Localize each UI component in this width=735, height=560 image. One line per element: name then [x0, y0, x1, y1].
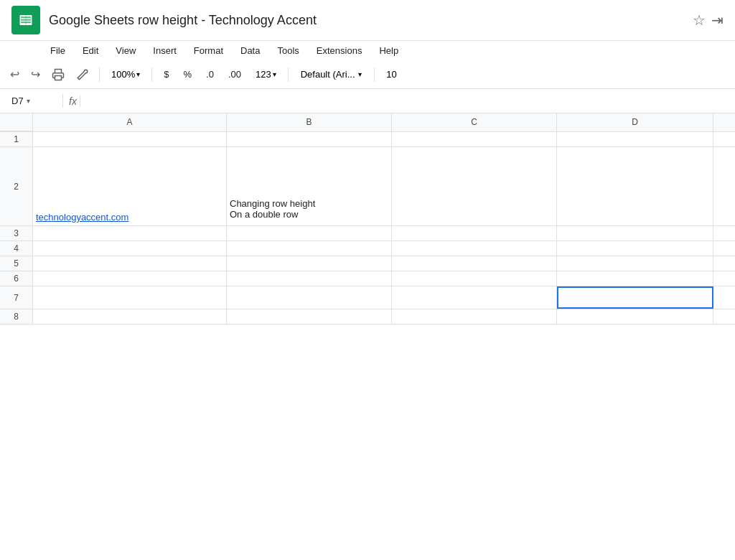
menu-extensions[interactable]: Extensions [309, 42, 370, 59]
star-icon[interactable]: ☆ [693, 11, 706, 29]
cell-d4[interactable] [557, 241, 713, 256]
undo-button[interactable]: ↩ [6, 65, 24, 84]
table-row: 4 [0, 241, 735, 256]
row-header-1[interactable]: 1 [0, 132, 33, 146]
cell-c6[interactable] [392, 271, 557, 286]
cell-c2[interactable] [392, 147, 557, 225]
cell-ref-arrow[interactable]: ▾ [27, 97, 30, 105]
menu-format[interactable]: Format [187, 42, 230, 59]
cell-c7[interactable] [392, 286, 557, 309]
col-header-d[interactable]: D [557, 113, 713, 131]
cell-reference[interactable]: D7 ▾ [6, 94, 63, 108]
cell-a1[interactable] [33, 132, 227, 146]
open-icon[interactable]: ⇥ [711, 11, 724, 29]
more-formats-button[interactable]: 123 ▾ [250, 67, 282, 81]
table-row: 2 technologyaccent.com Changing row heig… [0, 147, 735, 226]
menu-data[interactable]: Data [233, 42, 267, 59]
cell-c5[interactable] [392, 256, 557, 271]
cell-a4[interactable] [33, 241, 227, 256]
redo-button[interactable]: ↪ [27, 65, 45, 84]
row-header-3[interactable]: 3 [0, 226, 33, 241]
cell-c8[interactable] [392, 309, 557, 324]
toolbar-divider-3 [288, 67, 289, 82]
row-header-8[interactable]: 8 [0, 309, 33, 324]
cell-link-a2[interactable]: technologyaccent.com [36, 212, 128, 223]
cell-a6[interactable] [33, 271, 227, 286]
row-header-5[interactable]: 5 [0, 256, 33, 271]
fx-label: fx [69, 95, 80, 107]
table-row: 5 [0, 256, 735, 271]
col-header-a[interactable]: A [33, 113, 227, 131]
cell-c3[interactable] [392, 226, 557, 241]
column-headers: A B C D [0, 113, 735, 132]
svg-rect-6 [55, 75, 62, 80]
cell-b2-line2: On a double row [230, 209, 315, 220]
cell-a8[interactable] [33, 309, 227, 324]
percent-button[interactable]: % [177, 67, 197, 81]
cell-b6[interactable] [227, 271, 392, 286]
cell-multiline-b2: Changing row height On a double row [230, 149, 315, 223]
row-header-7[interactable]: 7 [0, 286, 33, 309]
cell-d8[interactable] [557, 309, 713, 324]
page-title: Google Sheets row height - Technology Ac… [49, 13, 684, 28]
cell-b7[interactable] [227, 286, 392, 309]
corner-cell [0, 113, 33, 131]
spreadsheet-container: A B C D 1 2 technologyaccent.com Changin… [0, 113, 735, 325]
col-header-b[interactable]: B [227, 113, 392, 131]
table-row: 8 [0, 309, 735, 325]
cell-d1[interactable] [557, 132, 713, 146]
menu-view[interactable]: View [108, 42, 143, 59]
title-bar: Google Sheets row height - Technology Ac… [0, 0, 735, 41]
cell-b3[interactable] [227, 226, 392, 241]
cell-a2[interactable]: technologyaccent.com [33, 147, 227, 225]
zoom-button[interactable]: 100% ▾ [106, 67, 146, 81]
row-header-4[interactable]: 4 [0, 241, 33, 256]
rows-container: 1 2 technologyaccent.com Changing row he… [0, 132, 735, 325]
cell-b2[interactable]: Changing row height On a double row [227, 147, 392, 225]
font-family-selector[interactable]: Default (Ari... ▾ [294, 67, 368, 82]
toolbar-divider-2 [151, 67, 152, 82]
cell-d2[interactable] [557, 147, 713, 225]
cell-c1[interactable] [392, 132, 557, 146]
menu-insert[interactable]: Insert [146, 42, 184, 59]
table-row: 7 [0, 286, 735, 309]
menu-file[interactable]: File [43, 42, 72, 59]
col-header-c[interactable]: C [392, 113, 557, 131]
font-size-input[interactable]: 10 [380, 67, 403, 81]
cell-b4[interactable] [227, 241, 392, 256]
cell-b2-line1: Changing row height [230, 198, 315, 209]
title-actions: ☆ ⇥ [693, 11, 724, 29]
cell-a5[interactable] [33, 256, 227, 271]
cell-b1[interactable] [227, 132, 392, 146]
paint-format-button[interactable] [72, 65, 93, 84]
menu-edit[interactable]: Edit [75, 42, 106, 59]
app-icon [11, 6, 40, 34]
menu-tools[interactable]: Tools [270, 42, 306, 59]
print-button[interactable] [47, 65, 69, 84]
table-row: 3 [0, 226, 735, 241]
cell-a7[interactable] [33, 286, 227, 309]
menu-help[interactable]: Help [372, 42, 406, 59]
cell-c4[interactable] [392, 241, 557, 256]
dec-decimals-button[interactable]: .0 [200, 67, 220, 81]
cell-d6[interactable] [557, 271, 713, 286]
cell-b5[interactable] [227, 256, 392, 271]
table-row: 1 [0, 132, 735, 147]
dollar-button[interactable]: $ [158, 67, 174, 81]
row-header-6[interactable]: 6 [0, 271, 33, 286]
formula-bar: D7 ▾ fx [0, 89, 735, 113]
menu-bar: File Edit View Insert Format Data Tools … [0, 41, 735, 60]
cell-d3[interactable] [557, 226, 713, 241]
cell-d5[interactable] [557, 256, 713, 271]
inc-decimals-button[interactable]: .00 [223, 67, 247, 81]
formula-input[interactable] [86, 94, 729, 108]
cell-d7[interactable] [557, 286, 713, 309]
cell-a3[interactable] [33, 226, 227, 241]
cell-b8[interactable] [227, 309, 392, 324]
row-header-2[interactable]: 2 [0, 147, 33, 225]
toolbar-divider-1 [99, 67, 100, 82]
toolbar-divider-4 [374, 67, 375, 82]
toolbar: ↩ ↪ 100% ▾ $ % .0 .00 123 ▾ Default (Ari… [0, 60, 735, 89]
table-row: 6 [0, 271, 735, 286]
